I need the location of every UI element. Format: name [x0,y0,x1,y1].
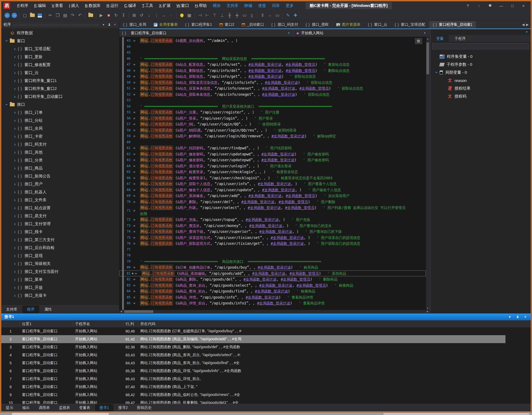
tree-chevron-icon[interactable]: › [12,46,18,51]
align-right-icon[interactable]: ⊢ [204,12,211,19]
sidebar-pin-icon[interactable] [108,23,111,26]
sidebar-tab[interactable]: 支持库 [1,305,22,313]
results-row[interactable]: 4窗口程序集_启动窗口开始载入网站83,43网站.订阅视图函数 (商品_查询_后… [1,351,505,359]
document-tab[interactable]: { }窗口程序集_启动窗口 [429,21,476,28]
code-line[interactable]: 72»网站.订阅视图函数 (&用户_充值, “/api/user/topup”,… [119,217,426,223]
tree-chevron-icon[interactable]: › [434,69,439,75]
code-line[interactable]: 78 [119,252,426,259]
menu-item[interactable]: H.帮助 [192,3,210,8]
tree-chevron-icon[interactable]: › [5,102,9,107]
variable-tree-item[interactable]: 文授权码 [431,92,531,100]
code-line[interactable]: 48»网站.订阅视图函数 (&站点_删除信息, “/api/info/del”,… [119,68,426,74]
code-line[interactable]: 70»网站.订阅视图函数 (&用户_删除, “/api/user/del”, ,… [119,199,426,205]
menu-item[interactable]: 词库 [269,3,283,8]
sidebar-tab[interactable]: 属性 [40,305,57,313]
tree-chevron-icon[interactable]: › [12,245,18,250]
code-line[interactable]: 45 [119,50,426,56]
tree-chevron-icon[interactable]: › [12,182,18,186]
align-left-icon[interactable]: ⊣ [197,12,203,19]
code-line[interactable]: 55»网站.订阅视图函数 (&用户_注册, “/api/user/registe… [119,109,426,115]
results-row[interactable]: 1窗口程序集_启动窗口开始载入网站80,46网站.订阅视图函数 (订单_创建商品… [1,327,505,335]
results-dropdown-icon[interactable]: ▾ [508,315,512,319]
tree-chevron-icon[interactable]: › [12,86,18,91]
redo-icon[interactable]: ↷ [69,12,76,19]
tree-chevron-icon[interactable]: › [12,134,18,139]
class-selector-dropdown-icon[interactable]: ▼ [288,32,290,34]
code-line[interactable]: 82»网站.订阅视图函数 (&商品_删除, “/api/goods/del”, … [119,276,426,282]
code-line[interactable]: 60 [119,139,426,145]
tree-chevron-icon[interactable]: › [12,166,18,171]
document-tab[interactable]: { }接口_全局 [119,21,150,28]
components-icon[interactable]: ✚ [292,12,299,19]
undo-icon[interactable]: ↶ [77,12,83,19]
same-height-icon[interactable]: ▯ [249,12,255,19]
code-line[interactable]: 56»网站.订阅视图函数 (&用户_登录, “/api/user/login”,… [119,115,426,121]
tree-item[interactable]: ›接口 [1,101,119,108]
grid-icon[interactable]: ▦ [186,12,193,19]
tab-scroll-right-icon[interactable]: ▶ [526,23,529,27]
tree-chevron-icon[interactable]: › [12,190,18,194]
document-tab[interactable]: { }窗口程序集1 [181,21,216,28]
code-line[interactable]: 58»网站.订阅视图函数 (&用户_QQ回调, “/api/user/login… [119,127,426,133]
copy-icon[interactable]: ❐ [54,12,61,19]
menu-item[interactable]: V.查看 [49,3,66,8]
code-line[interactable]: 44 [119,44,426,50]
tree-item[interactable]: ›{ }接口_开放 [1,283,119,291]
tree-chevron-icon[interactable]: › [12,142,18,147]
tree-item[interactable]: ›{ }接口_分类 [1,156,119,164]
scroll-up-icon[interactable]: ▲ [426,37,429,41]
bottom-panel-tab[interactable]: 监视表 [54,404,75,411]
variable-tree-item[interactable]: ›局部变量 - 0 [431,68,531,76]
tree-item[interactable]: ›{ }窗口程序集_窗口2 [1,85,119,93]
variable-tree-item[interactable]: 文reason [431,76,531,84]
code-line[interactable]: 47»网站.订阅视图函数 (&站点_配置信息, “/api/info/set”,… [119,62,426,68]
restart-icon[interactable]: ↻ [113,12,119,19]
bottom-panel-tab[interactable]: 输出 [18,404,34,411]
variables-search-input[interactable] [432,43,529,49]
code-area[interactable]: 收 43»网站.订阅视图函数 (&视图_后台跳转, “^/admin”, , )… [119,37,426,310]
window-view-icon[interactable]: ⊞ [131,12,137,19]
code-line[interactable]: 83»网站.订阅视图函数 (&商品_查询_后台, “/api/goods/sel… [119,282,426,289]
menu-item[interactable]: C.编译 [121,3,139,8]
results-pin-icon[interactable] [516,316,519,318]
code-line[interactable]: 69»网站.订阅视图函数 (&用户_添加修改, “/api/user/add”,… [119,193,426,199]
save-icon[interactable] [36,12,43,19]
bottom-panel-tab[interactable]: 搜寻2 [114,404,132,411]
same-width-icon[interactable]: ▭ [241,12,248,19]
code-line[interactable]: 76»网站.订阅视图函数 (&用户_获取提现方式, “/api/user/tix… [119,241,426,247]
code-line[interactable]: 84»网站.订阅视图函数 (&商品_查询_前台, “/api/goods/fin… [119,288,426,294]
tree-item[interactable]: ›{ }接口_支付管理 [1,220,119,228]
document-tab[interactable]: _启动窗口 [238,21,268,28]
align-bottom-icon[interactable]: ⊥ [219,12,226,19]
breakpoints-icon[interactable]: ⋮ [153,12,160,19]
code-line[interactable]: 66»网站.订阅视图函数 (&用户_检查登录1, “/api/user/chec… [119,175,426,181]
tree-item[interactable]: ›{ }接口_其他 [1,148,119,156]
paste-icon[interactable]: ▤ [62,12,68,19]
close-icon[interactable]: × [521,3,526,8]
document-tab[interactable]: { }接口_码支付 [268,21,302,28]
tree-chevron-icon[interactable]: › [12,94,18,99]
bottom-panel-tab[interactable]: 剪辑历史 [132,404,156,411]
back-icon[interactable]: ← [5,13,10,18]
tree-item[interactable]: ›窗口 [1,37,119,45]
new-file-icon[interactable]: ▢ [21,12,28,19]
tree-chevron-icon[interactable]: › [12,206,18,210]
tree-chevron-icon[interactable]: › [12,158,18,163]
expand-vertical-icon[interactable]: ⇕ [259,12,266,19]
tree-chevron-icon[interactable]: › [12,261,18,266]
tree-chevron-icon[interactable]: › [12,277,18,282]
tree-item[interactable]: ›{ }接口_后台和自检 [1,244,119,252]
tree-chevron-icon[interactable]: › [12,285,18,290]
code-line[interactable]: 64»网站.订阅视图函数 (&用户_退出登录, “/api/user/unlog… [119,163,426,169]
resize-icon[interactable]: ▭ [274,12,281,19]
sidebar-close-icon[interactable]: × [113,23,117,27]
code-line[interactable]: 71»网站.订阅视图函数 (&用户_列表, “/api/user/select”… [119,205,426,217]
bottom-panel-tab[interactable]: 搜寻1 [95,404,114,411]
code-line[interactable]: 43»网站.订阅视图函数 (&视图_后台跳转, “^/admin”, , ) [119,38,426,44]
find-in-project-icon[interactable] [87,12,94,19]
tree-item[interactable]: ›{ }接口_菜单 [1,276,119,283]
tree-item[interactable]: ›{ }接口_文件库 [1,196,119,204]
results-row[interactable]: 8窗口程序集_启动窗口开始载入网站87,40网站.订阅视图函数 (商品_上下架,… [1,383,505,391]
tree-item[interactable]: ›{ }接口_订单 [1,108,119,116]
document-tab[interactable]: 全局变量表 [150,21,181,28]
